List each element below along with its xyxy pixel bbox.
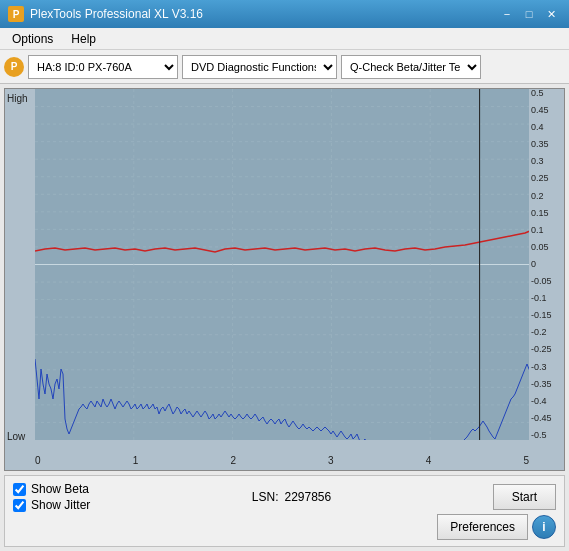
bottom-row-1: Show Beta Show Jitter LSN: 2297856 Start bbox=[13, 482, 556, 512]
axis-label-6: 0.2 bbox=[531, 192, 562, 201]
start-button[interactable]: Start bbox=[493, 484, 556, 510]
show-jitter-label[interactable]: Show Jitter bbox=[31, 498, 90, 512]
app-icon: P bbox=[8, 6, 24, 22]
maximize-button[interactable]: □ bbox=[519, 5, 539, 23]
main-content: High Low bbox=[0, 84, 569, 551]
title-bar: P PlexTools Professional XL V3.16 − □ ✕ bbox=[0, 0, 569, 28]
bottom-label-0: 0 bbox=[35, 455, 41, 466]
axis-label-3: 0.35 bbox=[531, 140, 562, 149]
bottom-label-5: 5 bbox=[523, 455, 529, 466]
checkboxes-column: Show Beta Show Jitter bbox=[13, 482, 90, 512]
right-axis: 0.5 0.45 0.4 0.35 0.3 0.25 0.2 0.15 0.1 … bbox=[529, 89, 564, 440]
axis-label-1: 0.45 bbox=[531, 106, 562, 115]
preferences-button[interactable]: Preferences bbox=[437, 514, 528, 540]
title-bar-controls: − □ ✕ bbox=[497, 5, 561, 23]
chart-label-high: High bbox=[7, 93, 28, 104]
bottom-controls: Show Beta Show Jitter LSN: 2297856 Start… bbox=[4, 475, 565, 547]
show-beta-row: Show Beta bbox=[13, 482, 90, 496]
chart-label-low: Low bbox=[7, 431, 25, 442]
axis-label-11: -0.05 bbox=[531, 277, 562, 286]
show-beta-label[interactable]: Show Beta bbox=[31, 482, 89, 496]
lsn-area: LSN: 2297856 bbox=[252, 490, 331, 504]
function-select[interactable]: DVD Diagnostic Functions bbox=[182, 55, 337, 79]
axis-label-7: 0.15 bbox=[531, 209, 562, 218]
chart-svg bbox=[35, 89, 529, 440]
drive-select[interactable]: HA:8 ID:0 PX-760A bbox=[28, 55, 178, 79]
axis-label-13: -0.15 bbox=[531, 311, 562, 320]
chart-container: High Low bbox=[4, 88, 565, 471]
window-title: PlexTools Professional XL V3.16 bbox=[30, 7, 203, 21]
bottom-label-4: 4 bbox=[426, 455, 432, 466]
axis-label-0: 0.5 bbox=[531, 89, 562, 98]
bottom-label-3: 3 bbox=[328, 455, 334, 466]
axis-label-8: 0.1 bbox=[531, 226, 562, 235]
bottom-axis: 0 1 2 3 4 5 bbox=[35, 455, 529, 466]
axis-label-16: -0.3 bbox=[531, 363, 562, 372]
menu-options[interactable]: Options bbox=[4, 30, 61, 48]
menu-bar: Options Help bbox=[0, 28, 569, 50]
bottom-label-2: 2 bbox=[230, 455, 236, 466]
prefs-row: Preferences i bbox=[13, 514, 556, 540]
toolbar: P HA:8 ID:0 PX-760A DVD Diagnostic Funct… bbox=[0, 50, 569, 84]
axis-label-9: 0.05 bbox=[531, 243, 562, 252]
axis-label-10: 0 bbox=[531, 260, 562, 269]
axis-label-17: -0.35 bbox=[531, 380, 562, 389]
title-bar-left: P PlexTools Professional XL V3.16 bbox=[8, 6, 203, 22]
close-button[interactable]: ✕ bbox=[541, 5, 561, 23]
lsn-label: LSN: bbox=[252, 490, 279, 504]
axis-label-5: 0.25 bbox=[531, 174, 562, 183]
menu-help[interactable]: Help bbox=[63, 30, 104, 48]
info-button[interactable]: i bbox=[532, 515, 556, 539]
show-jitter-checkbox[interactable] bbox=[13, 499, 26, 512]
test-select[interactable]: Q-Check Beta/Jitter Test bbox=[341, 55, 481, 79]
show-beta-checkbox[interactable] bbox=[13, 483, 26, 496]
show-jitter-row: Show Jitter bbox=[13, 498, 90, 512]
axis-label-2: 0.4 bbox=[531, 123, 562, 132]
axis-label-15: -0.25 bbox=[531, 345, 562, 354]
axis-label-4: 0.3 bbox=[531, 157, 562, 166]
axis-label-14: -0.2 bbox=[531, 328, 562, 337]
axis-label-18: -0.4 bbox=[531, 397, 562, 406]
axis-label-20: -0.5 bbox=[531, 431, 562, 440]
drive-icon: P bbox=[4, 57, 24, 77]
bottom-label-1: 1 bbox=[133, 455, 139, 466]
minimize-button[interactable]: − bbox=[497, 5, 517, 23]
axis-label-12: -0.1 bbox=[531, 294, 562, 303]
lsn-value: 2297856 bbox=[284, 490, 331, 504]
axis-label-19: -0.45 bbox=[531, 414, 562, 423]
